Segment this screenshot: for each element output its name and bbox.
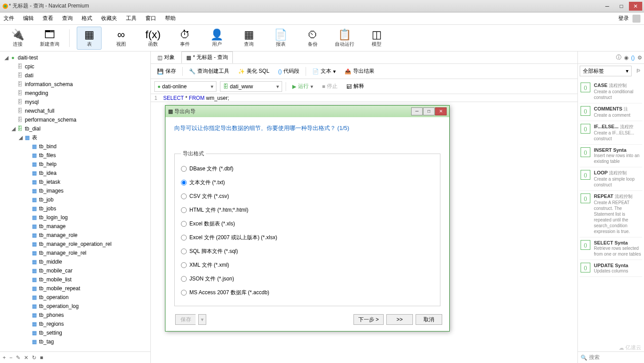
tree-table-tb_setting[interactable]: ▦tb_setting [0, 328, 150, 337]
snippet-COMMENTS[interactable]: ()COMMENTS 注Create a comment [580, 103, 642, 121]
tree-table-tb_bind[interactable]: ▦tb_bind [0, 142, 150, 151]
dialog-cancel-button[interactable]: 取消 [416, 314, 442, 325]
tree-table-tb_mobile_repeat[interactable]: ▦tb_mobile_repeat [0, 284, 150, 293]
tool-模型[interactable]: ◫模型 [364, 27, 389, 50]
dialog-close-button[interactable]: ✕ [435, 107, 447, 115]
tree-table-tb_mobile_list[interactable]: ▦tb_mobile_list [0, 275, 150, 284]
tree-table-tb_manage_role_operation_rel[interactable]: ▦tb_manage_role_operation_rel [0, 240, 150, 249]
query-builder-button[interactable]: 🔧查询创建工具 [186, 66, 232, 76]
tool-自动运行[interactable]: 📋自动运行 [332, 27, 357, 50]
menu-tools[interactable]: 工具 [126, 15, 137, 22]
connection-select[interactable]: ● dati-online▾ [154, 81, 216, 92]
tree-table-tb_files[interactable]: ▦tb_files [0, 151, 150, 160]
snippet-INSERT Synta[interactable]: ()INSERT Synta Insert new rows into an e… [580, 145, 642, 167]
tool-连接[interactable]: 🔌连接 [5, 27, 30, 50]
export-format-option-7[interactable]: XML 文件 (*.xml) [181, 258, 434, 272]
explain-button[interactable]: 🗟 解释 [344, 81, 367, 91]
export-format-option-4[interactable]: Excel 数据表 (*.xls) [181, 217, 434, 231]
dialog-titlebar[interactable]: ▦ 导出向导 ─ □ ✕ [165, 106, 449, 117]
edit-icon[interactable]: ✎ [16, 355, 20, 361]
stop-icon[interactable]: ■ [40, 355, 43, 361]
tree-table-tb_mobile_car[interactable]: ▦tb_mobile_car [0, 266, 150, 275]
tree-table-tb_ietask[interactable]: ▦tb_ietask [0, 178, 150, 186]
sql-editor[interactable]: 1 SELECT * FROM wm_user; [151, 94, 577, 102]
snippet-CASE[interactable]: ()CASE 流程控制Create a conditional construc… [580, 80, 642, 103]
tree-tables-folder[interactable]: ◢▦表 [0, 133, 150, 142]
snippet-UPDATE Synta[interactable]: ()UPDATE Synta Updates columns [580, 260, 642, 277]
flag-icon[interactable]: 🏳 [633, 68, 644, 74]
login-link[interactable]: 登录 [618, 15, 629, 22]
snippets-search[interactable]: 🔍 搜索 [578, 351, 644, 363]
snippet-LOOP[interactable]: ()LOOP 流程控制Create a simple loop construc… [580, 167, 642, 191]
tool-视图[interactable]: ∞视图 [109, 27, 134, 50]
export-format-option-1[interactable]: 文本文件 (*.txt) [181, 176, 434, 189]
dialog-next-button[interactable]: 下一步 > [353, 314, 384, 325]
dialog-save-button[interactable]: 保存 [175, 314, 196, 325]
snippet-IF...ELSE...[interactable]: ()IF...ELSE... 流程控Create a IF...ELSE... … [580, 121, 642, 145]
tree-table-tb_idea[interactable]: ▦tb_idea [0, 169, 150, 178]
tree-table-tb_tag[interactable]: ▦tb_tag [0, 337, 150, 346]
tool-函数[interactable]: f(x)函数 [141, 27, 165, 50]
tree-connection[interactable]: ◢●daiti-test [0, 53, 150, 62]
radio-input[interactable] [181, 180, 187, 185]
tree-table-tb_jobs[interactable]: ▦tb_jobs [0, 204, 150, 213]
view-icon[interactable]: ◉ [624, 55, 628, 61]
dialog-maximize-button[interactable]: □ [423, 107, 435, 115]
export-format-option-6[interactable]: SQL 脚本文件 (*.sql) [181, 245, 434, 258]
menu-help[interactable]: 帮助 [165, 15, 176, 22]
snippets-list[interactable]: ()CASE 流程控制Create a conditional construc… [578, 78, 644, 351]
radio-input[interactable] [181, 193, 187, 199]
export-format-option-9[interactable]: MS Access 2007 数据库 (*.accdb) [181, 286, 434, 300]
radio-input[interactable] [181, 276, 187, 282]
menu-favorites[interactable]: 收藏夹 [101, 15, 117, 22]
tree-table-tb_regions[interactable]: ▦tb_regions [0, 320, 150, 328]
tree-table-tb_manage[interactable]: ▦tb_manage [0, 222, 150, 231]
export-results-button[interactable]: 📤导出结果 [342, 66, 377, 76]
tree-db-mysql[interactable]: 🗄mysql [0, 98, 150, 107]
minimize-button[interactable]: ─ [601, 2, 614, 11]
menu-file[interactable]: 文件 [4, 15, 14, 22]
export-format-option-8[interactable]: JSON 文件 (*.json) [181, 272, 434, 286]
snippet-REPEAT[interactable]: ()REPEAT 流程控制Create A REPEAT construct. … [580, 191, 642, 237]
tree-db-performance_schema[interactable]: 🗄performance_schema [0, 115, 150, 124]
maximize-button[interactable]: □ [615, 2, 628, 11]
export-format-option-3[interactable]: HTML 文件 (*.htm;*.html) [181, 203, 434, 217]
dialog-last-button[interactable]: >> [386, 314, 413, 325]
export-format-option-0[interactable]: DBase 文件 (*.dbf) [181, 162, 434, 176]
tool-新建查询[interactable]: 🗔新建查询 [37, 27, 62, 50]
menu-format[interactable]: 格式 [82, 15, 92, 22]
tree-table-tb_manage_role_rel[interactable]: ▦tb_manage_role_rel [0, 249, 150, 257]
tab-对象[interactable]: ◫对象 [153, 51, 180, 63]
avatar-icon[interactable] [632, 15, 640, 23]
tree-table-tb_help[interactable]: ▦tb_help [0, 160, 150, 169]
menu-window[interactable]: 窗口 [145, 15, 156, 22]
radio-input[interactable] [181, 249, 187, 254]
tree-db-information_schema[interactable]: 🗄information_schema [0, 80, 150, 89]
tree-table-tb_job[interactable]: ▦tb_job [0, 195, 150, 204]
menu-edit[interactable]: 编辑 [23, 15, 34, 22]
tool-报表[interactable]: 📄报表 [268, 27, 293, 50]
dialog-minimize-button[interactable]: ─ [411, 107, 423, 115]
menu-view[interactable]: 查看 [43, 15, 53, 22]
tool-用户[interactable]: 👤用户 [204, 27, 229, 50]
tool-事件[interactable]: ⏱事件 [173, 27, 197, 50]
info-icon[interactable]: ⓘ [616, 54, 621, 61]
tree-table-tb_images[interactable]: ▦tb_images [0, 186, 150, 195]
tree-table-tb_operation_log[interactable]: ▦tb_operation_log [0, 302, 150, 311]
remove-icon[interactable]: − [9, 355, 12, 361]
database-select[interactable]: 🗄 dati_www▾ [220, 81, 282, 92]
tree-db-dati[interactable]: 🗄dati [0, 71, 150, 80]
delete-icon[interactable]: ✕ [24, 355, 28, 361]
tree-db-mengding[interactable]: 🗄mengding [0, 89, 150, 98]
export-format-option-5[interactable]: Excel 文件 (2007 或以上版本) (*.xlsx) [181, 231, 434, 245]
add-icon[interactable]: + [3, 355, 6, 361]
tool-查询[interactable]: ▦查询 [236, 27, 261, 50]
tree-db-cpic[interactable]: 🗄cpic [0, 62, 150, 71]
code-icon[interactable]: () [631, 55, 635, 61]
tree-table-tb_phones[interactable]: ▦tb_phones [0, 311, 150, 320]
tree-table-tb_login_log[interactable]: ▦tb_login_log [0, 213, 150, 222]
tree-db-newchat_full[interactable]: 🗄newchat_full [0, 107, 150, 115]
radio-input[interactable] [181, 235, 187, 241]
code-snippet-button[interactable]: ()代码段 [275, 66, 302, 76]
dialog-save-dropdown[interactable]: ▾ [198, 314, 206, 325]
